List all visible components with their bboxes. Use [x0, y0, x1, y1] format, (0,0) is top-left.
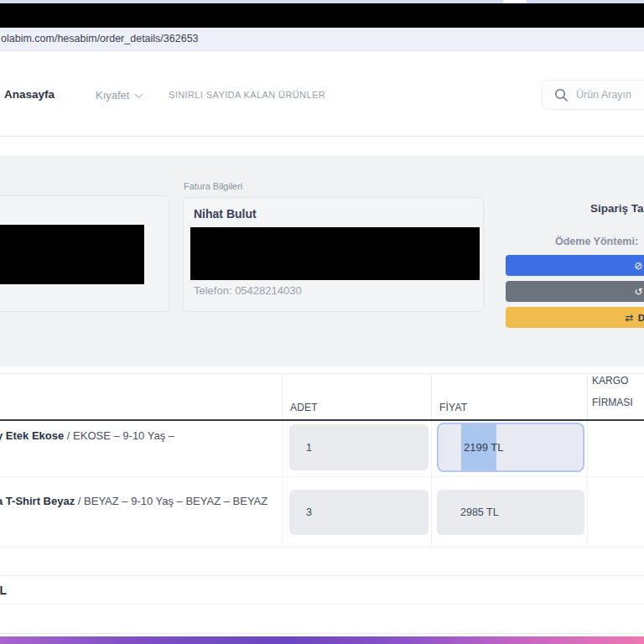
chevron-down-icon: [135, 90, 143, 98]
column-divider: [587, 421, 588, 547]
header-cell-price: FİYAT: [431, 374, 587, 419]
price-value-row2: 2985 TL: [460, 490, 499, 535]
order-total-value: TL: [0, 576, 7, 605]
product-search-box[interactable]: [542, 80, 644, 110]
bottom-gradient-bar: [0, 636, 644, 644]
row-divider: [0, 476, 644, 477]
nav-item-home[interactable]: Anasayfa: [4, 88, 55, 101]
redacted-delivery-address: [0, 225, 144, 284]
swap-icon: ⇄: [626, 312, 634, 324]
delivery-info-card: [0, 195, 169, 312]
customer-name: Nihat Bulut: [194, 207, 257, 221]
undo-icon: ↺: [634, 286, 642, 298]
price-input-row2[interactable]: 2985 TL: [437, 490, 584, 535]
url-text[interactable]: olabim.com/hesabim/order_details/362653: [1, 28, 199, 50]
product-name-row1: y Etek Ekose / EKOSE – 9-10 Yaş –: [0, 429, 174, 442]
billing-section-label: Fatura Bilgileri: [184, 181, 242, 191]
order-panel-title: Sipariş Ta: [590, 202, 644, 215]
qty-input-row1[interactable]: 1: [289, 424, 428, 470]
address-bar[interactable]: olabim.com/hesabim/order_details/362653: [0, 28, 644, 51]
products-table-header: ADET FİYAT KARGOFİRMASI: [0, 373, 644, 421]
qty-input-row2[interactable]: 3: [289, 490, 428, 535]
product-name-variant: / EKOSE – 9-10 Yaş –: [67, 429, 174, 442]
search-input[interactable]: [576, 80, 644, 109]
qty-value-row2: 3: [306, 490, 312, 535]
order-info-section: Fatura Bilgileri Nihat Bulut Telefon: 05…: [0, 155, 644, 366]
screen: olabim.com/hesabim/order_details/362653 …: [0, 0, 644, 644]
ban-icon: ⊘: [634, 260, 642, 272]
redacted-tab-bar: [0, 3, 644, 28]
exchange-button-label: Değişim: [638, 313, 644, 323]
cancel-order-button[interactable]: ⊘ İptal: [506, 255, 644, 276]
nav-item-limited-products[interactable]: SINIRLI SAYIDA KALAN ÜRÜNLER: [169, 90, 325, 100]
qty-value-row1: 1: [306, 424, 312, 470]
bottom-divider: [0, 633, 644, 634]
qty-header-label: ADET: [290, 402, 318, 413]
payment-method-label: Ödeme Yöntemi:: [555, 236, 638, 247]
products-table-body: y Etek Ekose / EKOSE – 9-10 Yaş – 1 2199…: [0, 421, 644, 547]
redacted-billing-address: [190, 227, 480, 280]
billing-info-card: Nihat Bulut Telefon: 05428214030: [183, 197, 484, 312]
column-divider: [282, 421, 283, 547]
return-order-button[interactable]: ↺ İade: [506, 281, 644, 302]
row-divider: [0, 547, 644, 548]
nav-divider: [0, 136, 644, 137]
exchange-order-button[interactable]: ⇄ Değişim: [506, 307, 644, 328]
price-value-row1: 2199 TL: [464, 424, 503, 470]
price-header-label: FİYAT: [439, 402, 467, 413]
cargo-header-label: KARGOFİRMASI: [592, 370, 633, 413]
price-input-row1-focused[interactable]: 2199 TL: [437, 423, 584, 472]
product-name-bold: y Etek Ekose: [0, 429, 64, 442]
nav-item-category[interactable]: Kıyafet: [96, 89, 140, 101]
header-cell-cargo: KARGOFİRMASI: [587, 374, 644, 419]
customer-phone: Telefon: 05428214030: [194, 284, 302, 297]
product-name-variant: / BEYAZ – 9-10 Yaş – BEYAZ – BEYAZ: [78, 495, 267, 507]
product-name-bold: a T-Shirt Beyaz: [0, 495, 75, 507]
product-name-row2: a T-Shirt Beyaz / BEYAZ – 9-10 Yaş – BEY…: [0, 495, 267, 507]
search-icon: [554, 88, 569, 102]
column-divider: [431, 421, 432, 547]
nav-category-label: Kıyafet: [96, 89, 129, 101]
header-cell-qty: ADET: [282, 374, 431, 419]
order-total-row: TL: [0, 575, 644, 605]
